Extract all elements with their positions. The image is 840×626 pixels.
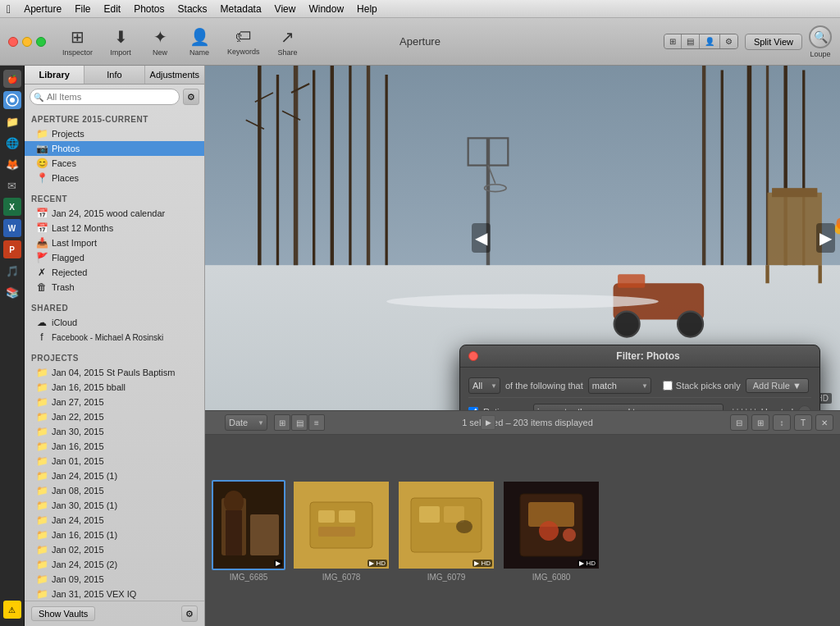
dock-ibooks[interactable]: 📚 xyxy=(3,283,21,301)
import-button[interactable]: ⬇ Import xyxy=(103,24,139,60)
window-maximize[interactable] xyxy=(36,37,46,47)
match-condition-select[interactable]: match don't match xyxy=(588,377,651,394)
sidebar-item-trash[interactable]: 🗑 Trash xyxy=(25,280,204,295)
sidebar-item-p7[interactable]: 📁 Jan 01, 2015 xyxy=(25,454,204,468)
flow-mode-button[interactable]: ≡ xyxy=(308,414,325,431)
keywords-button[interactable]: 🏷 Keywords xyxy=(221,24,267,59)
add-rule-button[interactable]: Add Rule ▼ xyxy=(746,378,809,393)
sidebar-item-p5[interactable]: 📁 Jan 30, 2015 xyxy=(25,424,204,439)
play-button[interactable]: ▶ xyxy=(481,415,495,430)
list-mode-button[interactable]: ▤ xyxy=(291,414,308,431)
sidebar-item-p3[interactable]: 📁 Jan 27, 2015 xyxy=(25,395,204,409)
sidebar-item-p12[interactable]: 📁 Jan 16, 2015 (1) xyxy=(25,528,204,542)
tab-info[interactable]: Info xyxy=(84,66,144,84)
sidebar-item-p1[interactable]: 📁 Jan 04, 2015 St Pauls Baptism xyxy=(25,365,204,380)
dock-warning-icon[interactable]: ⚠ xyxy=(3,601,21,619)
match-all-wrapper: All Any xyxy=(468,377,500,394)
section-aperture: APERTURE 2015-CURRENT 📁 Projects 📷 Photo… xyxy=(25,109,204,189)
menu-edit[interactable]: Edit xyxy=(104,3,121,15)
sidebar-item-p15[interactable]: 📁 Jan 09, 2015 xyxy=(25,572,204,587)
last-import-icon: 📥 xyxy=(36,237,48,249)
tab-adjustments[interactable]: Adjustments xyxy=(145,66,204,84)
rating-condition-select[interactable]: is greater than or equal to is equal to … xyxy=(533,404,724,410)
menu-view[interactable]: View xyxy=(275,3,296,15)
menu-photos[interactable]: Photos xyxy=(134,3,164,15)
stack-picks-checkbox[interactable] xyxy=(663,381,673,391)
dialog-close-button[interactable] xyxy=(468,351,478,361)
prev-photo-button[interactable]: ◀ xyxy=(472,223,491,253)
dock-finder[interactable]: 🍎 xyxy=(3,70,21,88)
window-close[interactable] xyxy=(8,37,18,47)
sidebar-item-p4[interactable]: 📁 Jan 22, 2015 xyxy=(25,409,204,424)
menu-window[interactable]: Window xyxy=(308,3,344,15)
show-vaults-button[interactable]: Show Vaults xyxy=(31,606,95,621)
person-view-btn[interactable]: 👤 xyxy=(700,34,720,48)
metadata-button[interactable]: T xyxy=(794,414,812,431)
dock-finder2[interactable]: 📁 xyxy=(3,112,21,130)
menu-metadata[interactable]: Metadata xyxy=(221,3,262,15)
sidebar-item-p13[interactable]: 📁 Jan 02, 2015 xyxy=(25,542,204,557)
sidebar-item-icloud[interactable]: ☁ iCloud xyxy=(25,315,204,330)
dock-excel[interactable]: X xyxy=(3,198,21,216)
sort-select[interactable]: Date Rating Name xyxy=(225,414,267,431)
gear-view-btn[interactable]: ⚙ xyxy=(720,34,737,48)
sidebar-footer-gear[interactable]: ⚙ xyxy=(181,605,198,622)
thumbnail-img6685[interactable]: ▶ IMG_6685 xyxy=(212,480,285,582)
sidebar-item-p8[interactable]: 📁 Jan 24, 2015 (1) xyxy=(25,468,204,483)
inspector-button[interactable]: ⊞ Inspector xyxy=(56,24,99,60)
apple-menu[interactable]:  xyxy=(7,2,11,16)
filter-close-button[interactable]: ✕ xyxy=(815,414,833,431)
dock-word[interactable]: W xyxy=(3,219,21,237)
sidebar-item-p11[interactable]: 📁 Jan 24, 2015 xyxy=(25,513,204,528)
sidebar-item-wood-calendar[interactable]: 📅 Jan 24, 2015 wood calendar xyxy=(25,206,204,221)
rating-checkbox[interactable] xyxy=(468,407,478,410)
menu-aperture[interactable]: Aperture xyxy=(24,3,62,15)
sidebar-item-p9[interactable]: 📁 Jan 08, 2015 xyxy=(25,483,204,498)
grid-mode-button[interactable]: ⊞ xyxy=(274,414,290,431)
dock-aperture[interactable] xyxy=(3,91,21,109)
browser-view-btn[interactable]: ▤ xyxy=(682,34,700,48)
menu-help[interactable]: Help xyxy=(357,3,377,15)
thumbnail-img6080[interactable]: ▶ HD IMG_6080 xyxy=(502,480,600,582)
dock-mail[interactable]: ✉ xyxy=(3,176,21,194)
dock-firefox[interactable]: 🦊 xyxy=(3,155,21,173)
dock-powerpoint[interactable]: P xyxy=(3,240,21,258)
p16-label: Jan 31, 2015 VEX IQ xyxy=(52,589,136,599)
sidebar-item-p2[interactable]: 📁 Jan 16, 2015 bball xyxy=(25,380,204,395)
dock-music[interactable]: 🎵 xyxy=(3,262,21,280)
sidebar-gear-button[interactable]: ⚙ xyxy=(183,89,199,105)
sidebar-item-facebook[interactable]: f Facebook - Michael A Rosinski xyxy=(25,330,204,345)
loupe-button[interactable]: 🔍 Loupe xyxy=(809,25,832,58)
sidebar-item-p14[interactable]: 📁 Jan 24, 2015 (2) xyxy=(25,557,204,572)
name-button[interactable]: 👤 Name xyxy=(181,24,217,60)
new-button[interactable]: ✦ New xyxy=(142,24,178,60)
grid-view-btn[interactable]: ⊞ xyxy=(664,34,682,48)
sidebar-item-last12[interactable]: 📅 Last 12 Months xyxy=(25,221,204,235)
sidebar-item-places[interactable]: 📍 Places xyxy=(25,171,204,185)
thumbnail-large-button[interactable]: ⊞ xyxy=(751,414,769,431)
sidebar-item-rejected[interactable]: ✗ Rejected xyxy=(25,265,204,280)
tab-library[interactable]: Library xyxy=(25,66,84,84)
sidebar-item-p6[interactable]: 📁 Jan 16, 2015 xyxy=(25,439,204,454)
sidebar-item-p10[interactable]: 📁 Jan 30, 2015 (1) xyxy=(25,498,204,513)
thumbnail-img6079[interactable]: ▶ HD IMG_6079 xyxy=(397,480,495,582)
dock-safari[interactable]: 🌐 xyxy=(3,134,21,152)
search-input[interactable] xyxy=(30,89,180,105)
menu-stacks[interactable]: Stacks xyxy=(178,3,208,15)
sidebar-item-photos[interactable]: 📷 Photos xyxy=(25,141,204,156)
sidebar-item-last-import[interactable]: 📥 Last Import xyxy=(25,235,204,250)
thumbnail-small-button[interactable]: ⊟ xyxy=(730,414,748,431)
rating-minus-button[interactable]: − xyxy=(798,405,811,410)
split-view-button[interactable]: Split View xyxy=(745,34,802,50)
sort-order-button[interactable]: ↕ xyxy=(773,414,791,431)
window-minimize[interactable] xyxy=(22,37,32,47)
sidebar-item-p16[interactable]: 📁 Jan 31, 2015 VEX IQ xyxy=(25,587,204,601)
menu-file[interactable]: File xyxy=(75,3,90,15)
match-all-select[interactable]: All Any xyxy=(468,377,500,394)
thumbnail-img6078[interactable]: ▶ HD IMG_6078 xyxy=(292,480,390,582)
next-photo-button[interactable]: ▶ xyxy=(816,223,835,253)
sidebar-item-flagged[interactable]: 🚩 Flagged xyxy=(25,250,204,265)
sidebar-item-faces[interactable]: 😊 Faces xyxy=(25,156,204,171)
share-button[interactable]: ↗ Share xyxy=(270,24,306,60)
sidebar-item-projects[interactable]: 📁 Projects xyxy=(25,126,204,141)
